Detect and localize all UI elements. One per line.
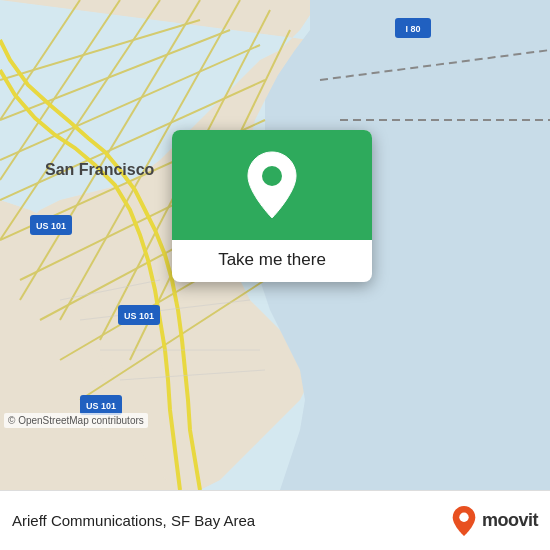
svg-point-36 (459, 512, 468, 521)
footer-title: Arieff Communications, SF Bay Area (12, 512, 450, 529)
bottom-bar: Arieff Communications, SF Bay Area moovi… (0, 490, 550, 550)
popup-card: Take me there (172, 130, 372, 282)
location-pin-icon (244, 150, 300, 220)
location-icon-wrapper (244, 150, 300, 220)
moovit-brand-text: moovit (482, 510, 538, 531)
svg-text:US 101: US 101 (124, 311, 154, 321)
moovit-logo: moovit (450, 505, 538, 537)
svg-text:US 101: US 101 (86, 401, 116, 411)
city-name-label: San Francisco (45, 161, 155, 178)
osm-attribution: © OpenStreetMap contributors (4, 413, 148, 428)
moovit-pin-icon (450, 505, 478, 537)
svg-text:US 101: US 101 (36, 221, 66, 231)
svg-text:I 80: I 80 (405, 24, 420, 34)
svg-point-35 (262, 166, 282, 186)
popup-button-area[interactable]: Take me there (172, 240, 372, 282)
map-container: San Francisco US 101 US 101 US 101 I 80 … (0, 0, 550, 490)
take-me-there-button[interactable]: Take me there (218, 250, 326, 270)
attribution-text: © OpenStreetMap contributors (8, 415, 144, 426)
popup-green-area (172, 130, 372, 240)
